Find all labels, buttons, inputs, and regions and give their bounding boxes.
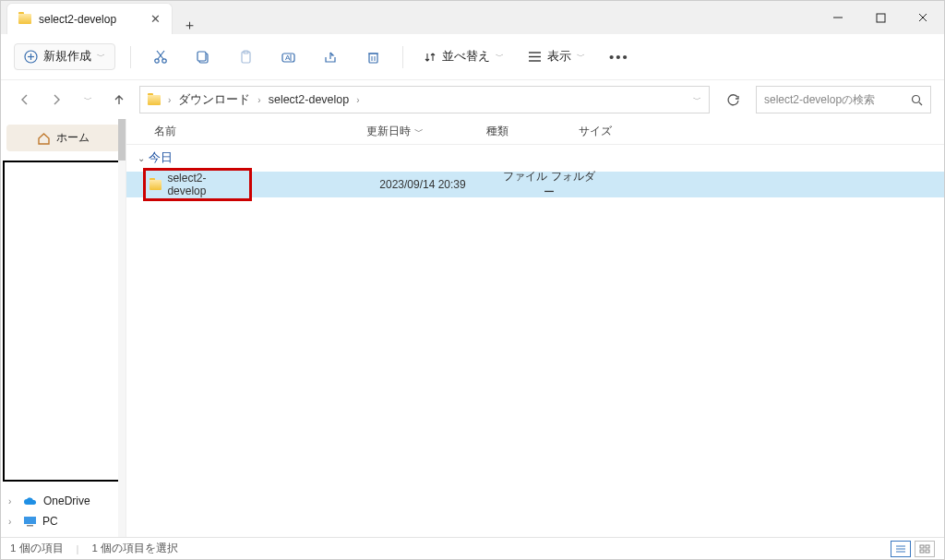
breadcrumb-item[interactable]: select2-develop [269,93,350,106]
chevron-right-icon: › [168,95,171,105]
rename-button[interactable]: A [273,42,303,72]
nav-home-label: ホーム [56,130,90,146]
chevron-right-icon[interactable]: › [8,496,18,506]
file-type: ファイル フォルダー [503,169,595,200]
view-label: 表示 [547,49,571,65]
arrow-left-icon [18,93,31,106]
back-button[interactable] [14,89,36,111]
new-button[interactable]: 新規作成 ﹀ [14,43,115,70]
nav-home[interactable]: ホーム [6,125,120,151]
details-view-button[interactable] [891,541,911,557]
maximize-button[interactable] [859,1,902,34]
svg-line-26 [919,102,922,105]
svg-rect-27 [24,517,36,524]
close-button[interactable] [902,1,944,34]
separator: | [77,543,79,554]
close-icon [917,12,928,23]
svg-rect-34 [920,550,924,553]
new-icon [24,50,38,64]
up-button[interactable] [108,89,130,111]
file-list: 名前 更新日時﹀ 種類 サイズ ⌄ 今日 select2-develop 202… [126,119,944,537]
col-name[interactable]: 名前 [154,124,366,139]
svg-point-7 [154,59,158,63]
chevron-right-icon: › [257,95,260,105]
sort-icon [424,51,437,64]
pc-icon [23,516,37,527]
maximize-icon [876,13,886,23]
status-bar: 1 個の項目 | 1 個の項目を選択 [1,537,944,559]
sort-button[interactable]: 並べ替え ﹀ [418,45,509,68]
file-row[interactable]: select2-develop 2023/09/14 20:39 ファイル フォ… [126,172,944,197]
breadcrumb-item[interactable]: ダウンロード [178,92,250,108]
chevron-down-icon[interactable]: ﹀ [693,94,701,106]
view-button[interactable]: 表示 ﹀ [522,45,591,68]
svg-text:A: A [285,54,291,62]
folder-icon [150,180,161,190]
sort-desc-icon: ﹀ [414,125,424,138]
details-view-icon [895,544,906,554]
title-bar: select2-develop ✕ ＋ [1,1,944,34]
recent-button[interactable]: ﹀ [77,89,99,111]
more-button[interactable]: ••• [604,45,635,68]
paste-button[interactable] [231,42,260,72]
scrollbar-thumb[interactable] [118,119,126,161]
file-name-cell[interactable]: select2-develop [143,168,252,201]
separator [402,46,403,68]
new-label: 新規作成 [43,49,91,65]
svg-rect-18 [369,54,377,63]
tab-active[interactable]: select2-develop ✕ [6,3,173,34]
minimize-button[interactable] [817,1,859,34]
new-tab-button[interactable]: ＋ [173,17,206,34]
thumbnails-view-button[interactable] [915,541,935,557]
col-date-label: 更新日時 [366,124,411,139]
chevron-right-icon[interactable]: › [8,517,18,527]
window-controls [817,1,944,34]
forward-button[interactable] [45,89,67,111]
svg-rect-32 [920,545,924,548]
share-button[interactable] [316,42,345,72]
view-switch [891,541,935,557]
search-icon[interactable] [911,94,923,106]
content-area: ホーム › OneDrive › PC 名前 更新日時﹀ 種類 サイズ ⌄ 今日 [1,119,944,537]
thumbnails-view-icon [919,544,930,554]
address-bar[interactable]: › ダウンロード › select2-develop › ﹀ [139,86,710,113]
cut-button[interactable] [146,42,175,72]
chevron-down-icon: ﹀ [496,51,504,63]
search-box[interactable]: select2-developの検索 [756,86,931,113]
paste-icon [239,50,253,65]
col-size-label: サイズ [579,124,612,139]
sort-label: 並べ替え [442,49,490,65]
chevron-down-icon: ⌄ [138,153,145,163]
view-icon [528,51,542,63]
svg-rect-28 [27,525,33,527]
col-date[interactable]: 更新日時﹀ [366,124,486,139]
svg-rect-35 [926,550,929,553]
file-date: 2023/09/14 20:39 [363,178,483,191]
minimize-icon [832,12,843,23]
copy-button[interactable] [188,42,218,72]
group-today-label: 今日 [149,150,173,166]
search-placeholder: select2-developの検索 [764,92,875,108]
nav-onedrive[interactable]: › OneDrive [6,491,120,511]
copy-icon [196,50,210,65]
file-name: select2-develop [167,172,242,197]
col-size[interactable]: サイズ [579,124,643,139]
nav-pc[interactable]: › PC [6,511,120,531]
rename-icon: A [281,50,296,65]
svg-point-8 [161,59,165,63]
svg-line-9 [158,51,164,59]
col-type-label: 種類 [486,124,508,139]
column-headers: 名前 更新日時﹀ 種類 サイズ [126,119,944,145]
status-count: 1 個の項目 [10,542,64,555]
svg-rect-12 [197,52,206,61]
refresh-button[interactable] [719,86,747,113]
share-icon [323,50,339,65]
scrollbar[interactable] [118,119,126,537]
delete-icon [366,50,380,65]
arrow-up-icon [113,93,126,106]
delete-button[interactable] [358,42,388,72]
tab-title: select2-develop [39,13,116,26]
close-tab-icon[interactable]: ✕ [150,12,161,26]
separator [130,46,131,68]
col-type[interactable]: 種類 [486,124,579,139]
